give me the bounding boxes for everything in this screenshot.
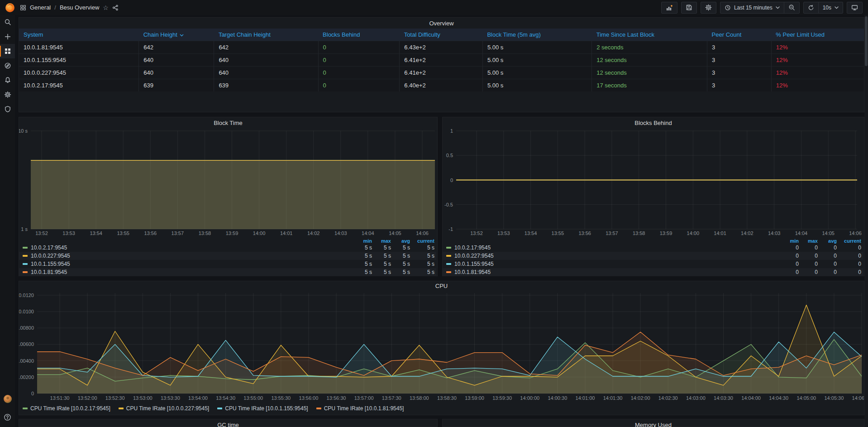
table-row: 10.0.2.17:954563963906.40e+25.00 s17 sec…: [19, 79, 864, 91]
table-cell: 3: [707, 79, 772, 91]
save-dashboard-button[interactable]: [681, 2, 697, 14]
stat-current: 5 s: [410, 269, 434, 275]
breadcrumb-folder[interactable]: General: [30, 4, 51, 11]
grafana-logo[interactable]: [0, 0, 20, 15]
breadcrumb-dashboard-title[interactable]: Besu Overview: [60, 4, 99, 11]
table-cell: 0: [318, 79, 400, 91]
series-label: CPU Time IRate [10.0.1.81:9545]: [324, 405, 404, 412]
svg-text:13:58: 13:58: [199, 230, 211, 236]
legend-row[interactable]: 10.0.1.81:95450000: [443, 268, 863, 276]
bell-icon: [4, 77, 11, 84]
dashboard-settings-button[interactable]: [701, 2, 716, 14]
cycle-view-mode-button[interactable]: [847, 2, 863, 14]
sidebar-item-dashboards[interactable]: [0, 44, 15, 58]
sidebar-item-create[interactable]: [0, 29, 15, 44]
table-cell: 5.00 s: [482, 53, 591, 66]
sort-desc-icon: [180, 34, 184, 37]
column-header-block-time-5m-avg-[interactable]: Block Time (5m avg): [482, 29, 591, 41]
panel-title-overview[interactable]: Overview: [19, 18, 864, 27]
stat-current: 5 s: [410, 245, 434, 251]
time-range-label: Last 15 minutes: [734, 5, 773, 11]
table-cell: 10.0.0.227:9545: [19, 66, 139, 79]
scrollbar-thumb[interactable]: [865, 16, 868, 66]
refresh-button[interactable]: [804, 2, 818, 13]
legend-item[interactable]: CPU Time IRate [10.0.1.81:9545]: [316, 405, 404, 412]
column-header-system[interactable]: System: [19, 29, 139, 41]
sidebar-item-help[interactable]: [0, 410, 15, 424]
column-header-time-since-last-block[interactable]: Time Since Last Block: [592, 29, 707, 41]
shield-icon: [4, 106, 11, 113]
column-header-chain-height[interactable]: Chain Height: [139, 29, 214, 41]
scrollbar-track[interactable]: [864, 15, 868, 427]
column-header-blocks-behind[interactable]: Blocks Behind: [318, 29, 400, 41]
series-color-swatch: [446, 255, 451, 257]
svg-text:13:57: 13:57: [606, 230, 618, 236]
panel-overview: Overview SystemChain HeightTarget Chain …: [19, 17, 864, 112]
legend-item[interactable]: CPU Time IRate [10.0.0.227:9545]: [119, 405, 209, 412]
table-cell: 3: [707, 41, 772, 53]
legend-row[interactable]: 10.0.1.155:95455 s5 s5 s5 s: [19, 260, 436, 268]
series-label: CPU Time IRate [10.0.0.227:9545]: [126, 405, 209, 412]
top-navbar: General / Besu Overview ☆: [0, 0, 868, 15]
blocks-behind-chart[interactable]: 10.50-0.5-113:5213:5313:5413:5513:5613:5…: [443, 126, 864, 238]
sidebar-item-profile[interactable]: [0, 392, 15, 406]
svg-text:14:04: 14:04: [362, 230, 374, 236]
svg-text:13:52:00: 13:52:00: [78, 395, 97, 401]
column-header-peer-count[interactable]: Peer Count: [707, 29, 772, 41]
svg-text:14:02:00: 14:02:00: [631, 395, 650, 401]
stat-current: 0: [837, 253, 861, 259]
svg-text:13:54: 13:54: [525, 230, 537, 236]
refresh-interval-button[interactable]: 10s: [818, 2, 843, 13]
share-icon[interactable]: [112, 5, 119, 11]
panel-title-blocks-behind[interactable]: Blocks Behind: [443, 117, 864, 126]
stat-min: 5 s: [353, 269, 372, 275]
panel-title-cpu[interactable]: CPU: [19, 281, 864, 289]
stat-max: 0: [799, 253, 818, 259]
series-label: 10.0.1.81:9545: [31, 269, 353, 275]
svg-text:14:04:30: 14:04:30: [769, 395, 788, 401]
legend-row[interactable]: 10.0.0.227:95455 s5 s5 s5 s: [19, 252, 436, 260]
svg-text:13:54:00: 13:54:00: [188, 395, 208, 401]
table-cell: 640: [139, 66, 214, 79]
legend-row[interactable]: 10.0.2.17:95450000: [443, 244, 863, 252]
svg-text:0: 0: [450, 178, 453, 183]
sidebar-item-alerting[interactable]: [0, 73, 15, 87]
column-header-total-difficulty[interactable]: Total Difficulty: [400, 29, 483, 41]
legend-row[interactable]: 10.0.2.17:95455 s5 s5 s5 s: [19, 244, 436, 252]
add-panel-button[interactable]: [661, 2, 677, 14]
sidebar-item-explore[interactable]: [0, 58, 15, 73]
svg-text:0.00600: 0.00600: [19, 341, 34, 347]
sidebar-item-search[interactable]: [0, 15, 15, 29]
svg-text:13:52:30: 13:52:30: [105, 395, 125, 401]
zoom-out-button[interactable]: [784, 2, 799, 13]
sidebar-item-server-admin[interactable]: [0, 102, 15, 116]
column-header-target-chain-height[interactable]: Target Chain Height: [214, 29, 318, 41]
stat-current: 0: [837, 245, 861, 251]
table-cell: 12 seconds: [592, 66, 707, 79]
column-header--peer-limit-used[interactable]: % Peer Limit Used: [771, 29, 864, 41]
series-color-swatch: [23, 255, 28, 257]
svg-text:14:04: 14:04: [795, 230, 808, 236]
svg-text:13:55:00: 13:55:00: [243, 395, 263, 401]
legend-row[interactable]: 10.0.1.155:95450000: [443, 260, 863, 268]
legend-item[interactable]: CPU Time IRate [10.0.1.155:9545]: [217, 405, 308, 412]
cpu-chart[interactable]: 0.01200.01000.008000.006000.004000.00200…: [19, 289, 864, 403]
dashboard-grid-icon: [20, 5, 26, 11]
sidebar-item-configuration[interactable]: [0, 87, 15, 102]
table-row: 10.0.1.81:954564264206.43e+25.00 s2 seco…: [19, 41, 864, 53]
table-cell: 640: [214, 66, 318, 79]
svg-text:13:58: 13:58: [633, 230, 645, 236]
block-time-chart[interactable]: 10 s1 s13:5213:5313:5413:5513:5613:5713:…: [19, 126, 437, 238]
stat-min: 5 s: [353, 253, 372, 259]
legend-item[interactable]: CPU Time IRate [10.0.2.17:9545]: [23, 405, 110, 412]
panel-title-gc-time[interactable]: GC time: [19, 419, 437, 427]
time-range-button[interactable]: Last 15 minutes: [720, 2, 784, 13]
stat-max: 0: [799, 261, 818, 267]
star-icon[interactable]: ☆: [103, 5, 109, 11]
table-cell: 5.00 s: [482, 66, 591, 79]
refresh-group: 10s: [803, 2, 843, 14]
legend-row[interactable]: 10.0.0.227:95450000: [443, 252, 863, 260]
panel-title-block-time[interactable]: Block Time: [19, 117, 437, 126]
legend-row[interactable]: 10.0.1.81:95455 s5 s5 s5 s: [19, 268, 436, 276]
panel-title-memory-used[interactable]: Memory Used: [443, 419, 864, 427]
